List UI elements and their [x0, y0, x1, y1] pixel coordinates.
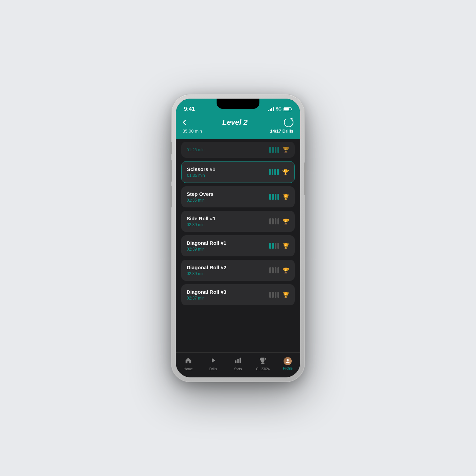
drill-card-diagroll1[interactable]: Diagonal Roll #1 02:39 min 🏆	[181, 235, 295, 256]
stepover-trophy-icon: 🏆	[283, 194, 289, 200]
profile-avatar	[284, 357, 292, 365]
bottom-nav: Home Drills	[176, 352, 300, 377]
nav-item-stats[interactable]: Stats	[225, 357, 250, 371]
home-icon	[185, 357, 192, 366]
drill-time-diagroll2: 02:39 min	[187, 271, 269, 276]
drill-name-stepover: Step Overs	[187, 191, 269, 197]
phone-screen: 9:41 5G	[176, 99, 300, 377]
total-time: 35.00 min	[183, 129, 202, 134]
drill-name-diagroll2: Diagonal Roll #2	[187, 265, 269, 270]
drill-card-scissors[interactable]: Scissors #1 01:35 min 🏆	[181, 161, 295, 183]
refresh-button[interactable]	[284, 118, 293, 127]
volume-down-button	[170, 186, 172, 207]
drill-card-diagroll2[interactable]: Diagonal Roll #2 02:39 min 🏆	[181, 260, 295, 281]
drills-label: Drills	[209, 367, 217, 371]
drill-name-diagroll3: Diagonal Roll #3	[187, 289, 269, 295]
phone-frame: 9:41 5G	[172, 95, 304, 381]
sideroll1-trophy-icon: 🏆	[283, 218, 289, 225]
svg-point-5	[287, 359, 289, 361]
sideroll1-progress	[269, 218, 279, 224]
back-button[interactable]	[183, 120, 186, 125]
cl-trophy-icon	[259, 357, 267, 366]
drill-time-diagroll1: 02:39 min	[187, 247, 269, 252]
drill-card-stepover[interactable]: Step Overs 01:35 min 🏆	[181, 186, 295, 207]
diagroll3-trophy-icon: 🏆	[283, 292, 289, 298]
drill-time-stepover: 01:35 min	[187, 198, 269, 203]
drill-card-sideroll1[interactable]: Side Roll #1 02:39 min 🏆	[181, 211, 295, 232]
nav-item-home[interactable]: Home	[176, 357, 201, 371]
stepover-progress	[269, 194, 279, 200]
diagroll1-progress	[269, 243, 279, 249]
cl-label: CL 23/24	[256, 367, 270, 371]
drill-time-sideroll1: 02:39 min	[187, 222, 269, 227]
scissors-trophy-icon: 🏆	[282, 169, 289, 175]
phone-wrapper: 9:41 5G	[172, 95, 304, 381]
partial-progress-bars	[269, 147, 279, 153]
drill-name-diagroll1: Diagonal Roll #1	[187, 240, 269, 246]
svg-rect-0	[235, 360, 237, 363]
diagroll2-progress	[269, 267, 279, 273]
drill-name-sideroll1: Side Roll #1	[187, 216, 269, 221]
signal-bars-icon	[268, 107, 274, 111]
diagroll3-progress	[269, 292, 279, 298]
drills-progress: 14/17 Drills	[270, 129, 293, 134]
drill-card-diagroll3[interactable]: Diagonal Roll #3 02:37 min 🏆	[181, 284, 295, 305]
level-title: Level 2	[222, 118, 248, 127]
mute-button	[170, 142, 172, 154]
nav-item-cl[interactable]: CL 23/24	[251, 357, 275, 371]
diagroll1-trophy-icon: 🏆	[283, 243, 289, 249]
drills-scroll-area[interactable]: 01:28 min 🏆	[176, 139, 300, 352]
partial-drill-card[interactable]: 01:28 min 🏆	[181, 142, 295, 158]
partial-drill-time: 01:28 min	[187, 148, 269, 152]
stats-label: Stats	[234, 367, 242, 371]
svg-rect-3	[262, 362, 264, 363]
header: Level 2 35.00 min 14/17 Drills	[176, 115, 300, 139]
svg-rect-1	[237, 359, 239, 363]
stats-icon	[234, 357, 242, 366]
svg-rect-2	[240, 357, 241, 363]
status-time: 9:41	[184, 106, 195, 112]
drill-time-diagroll3: 02:37 min	[187, 296, 269, 301]
play-icon	[209, 357, 217, 366]
partial-trophy-icon: 🏆	[283, 147, 289, 153]
nav-item-drills[interactable]: Drills	[201, 357, 225, 371]
volume-up-button	[170, 160, 172, 182]
drill-time-scissors: 01:35 min	[187, 173, 269, 178]
drill-name-scissors: Scissors #1	[187, 166, 269, 172]
notch	[217, 99, 259, 109]
status-icons: 5G	[268, 107, 292, 112]
power-button	[304, 163, 306, 195]
5g-label: 5G	[276, 107, 282, 112]
profile-label: Profile	[283, 367, 292, 370]
nav-item-profile[interactable]: Profile	[275, 357, 300, 370]
battery-icon	[284, 107, 292, 111]
diagroll2-trophy-icon: 🏆	[283, 267, 289, 274]
home-label: Home	[184, 367, 193, 371]
scissors-progress	[269, 169, 279, 175]
svg-rect-4	[261, 363, 265, 364]
